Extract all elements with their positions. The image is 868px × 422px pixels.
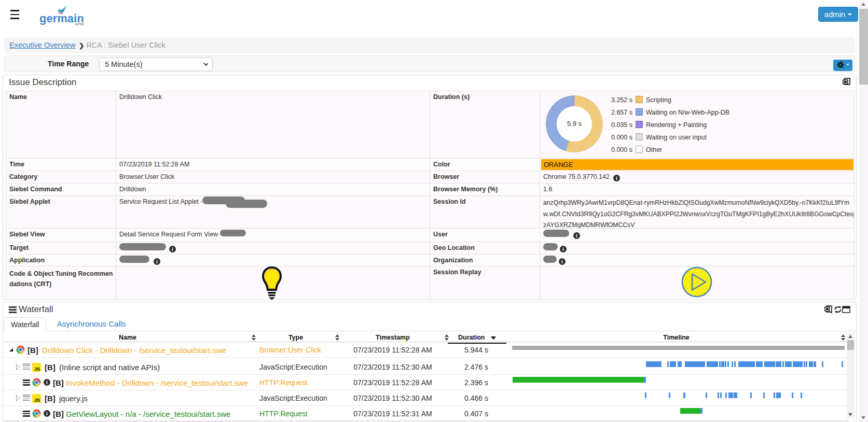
- svg-text:5.9 s: 5.9 s: [567, 120, 582, 128]
- svg-text:APM: APM: [75, 22, 84, 26]
